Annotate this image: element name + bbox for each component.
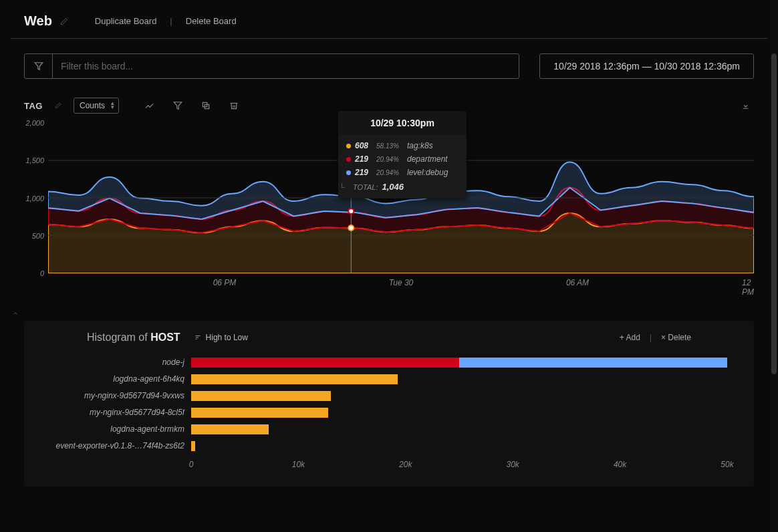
svg-marker-0	[35, 63, 43, 70]
x-axis-labels: 06 PM Tue 30 06 AM 12 PM	[48, 278, 754, 291]
area-chart[interactable]: 2,000 1,500 1,000 500 0 06 PM Tue 30 06 …	[24, 123, 754, 303]
histogram-bars: 0 10k 20k 30k 40k 50k	[191, 354, 727, 473]
select-caret-icon: ▴▾	[111, 100, 114, 110]
scrollbar-thumb[interactable]	[771, 53, 777, 374]
download-icon[interactable]	[741, 102, 750, 110]
histogram-row-label: logdna-agent-6h4kq	[51, 371, 184, 388]
copy-icon[interactable]	[201, 101, 211, 111]
histogram-row-label: logdna-agent-brmkm	[51, 421, 184, 438]
collapse-toggle[interactable]	[11, 306, 767, 321]
chart-tooltip: 10/29 10:30pm 608 58.13% tag:k8s 219 20.…	[338, 111, 467, 198]
tooltip-row: 608 58.13% tag:k8s	[346, 139, 459, 152]
histogram-bar-row[interactable]	[191, 421, 727, 438]
edit-tag-icon[interactable]	[55, 102, 61, 109]
board-header: Web Duplicate Board | Delete Board	[11, 11, 767, 39]
tooltip-time: 10/29 10:30pm	[338, 111, 467, 135]
funnel-icon[interactable]	[173, 101, 182, 111]
histogram-panel: Histogram of HOST High to Low + Add | × …	[24, 321, 754, 487]
histogram-row-label: my-nginx-9d5677d94-9vxws	[51, 388, 184, 404]
divider: |	[170, 16, 172, 26]
histogram-bar-row[interactable]	[191, 371, 727, 388]
filter-icon[interactable]	[25, 54, 53, 78]
aggregation-select[interactable]: Counts ▴▾	[74, 98, 119, 114]
svg-marker-1	[174, 102, 182, 110]
tooltip-total: └TOTAL: 1,046	[346, 179, 459, 192]
tag-label: TAG	[24, 101, 43, 111]
y-axis-labels: 2,000 1,500 1,000 500 0	[24, 123, 44, 273]
line-chart-icon[interactable]	[144, 101, 154, 111]
histogram-row-label: event-exporter-v0.1.8-…74f4b-zs6t2	[51, 438, 184, 454]
delete-board-button[interactable]: Delete Board	[186, 16, 237, 26]
tooltip-row: 219 20.94% level:debug	[346, 166, 459, 179]
scrollbar[interactable]	[770, 0, 778, 532]
add-histogram-button[interactable]: + Add	[620, 333, 640, 342]
histogram-row-label: my-nginx-9d5677d94-8cl5f	[51, 404, 184, 421]
histogram-row-label: node-j	[51, 354, 184, 371]
histogram-bar-row[interactable]	[191, 354, 727, 371]
board-title: Web	[24, 13, 52, 29]
histogram-bar-row[interactable]	[191, 388, 727, 404]
filter-input[interactable]	[53, 54, 519, 78]
sort-control[interactable]: High to Low	[194, 333, 248, 342]
trash-icon[interactable]	[229, 101, 239, 111]
select-value: Counts	[80, 101, 105, 110]
histogram-bar-row[interactable]	[191, 438, 727, 454]
histogram-x-labels: 0 10k 20k 30k 40k 50k	[191, 460, 727, 473]
tooltip-row: 219 20.94% department	[346, 152, 459, 166]
date-range-picker[interactable]: 10/29 2018 12:36pm — 10/30 2018 12:36pm	[539, 53, 754, 79]
filter-group	[24, 53, 519, 79]
edit-title-icon[interactable]	[60, 17, 68, 25]
histogram-bar-row[interactable]	[191, 404, 727, 421]
delete-histogram-button[interactable]: × Delete	[661, 333, 691, 342]
duplicate-board-button[interactable]: Duplicate Board	[95, 16, 157, 26]
histogram-title: Histogram of HOST	[87, 331, 180, 344]
histogram-labels: node-jlogdna-agent-6h4kqmy-nginx-9d5677d…	[51, 354, 191, 473]
